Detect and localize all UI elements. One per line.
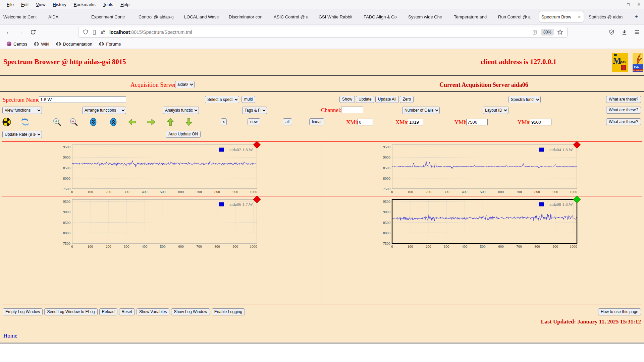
- page-info-icon[interactable]: [90, 28, 99, 37]
- home-link[interactable]: Home: [3, 333, 17, 339]
- menu-view[interactable]: View: [33, 1, 49, 8]
- tab-control[interactable]: Control @ aidas-g: [139, 11, 179, 22]
- channel-input[interactable]: [341, 107, 363, 113]
- show-log-window-button[interactable]: Show Log Window: [171, 308, 210, 315]
- linear-button[interactable]: linear: [309, 118, 324, 125]
- tab-system-check[interactable]: System wide Che: [408, 11, 449, 22]
- bookmark-wiki[interactable]: Wiki: [31, 41, 52, 48]
- new-button[interactable]: new: [248, 118, 260, 125]
- empty-log-window-button[interactable]: Empty Log Window: [3, 308, 43, 315]
- spectrum-name-input[interactable]: [39, 96, 126, 103]
- how-to-use-button[interactable]: How to use this page: [598, 308, 641, 315]
- svg-text:200: 200: [105, 244, 111, 248]
- downloads-icon[interactable]: [620, 27, 629, 37]
- spectra-functions-dropdown[interactable]: Spectra functions: [508, 96, 541, 103]
- send-log-to-elog-button[interactable]: Send Log Window to ELog: [44, 308, 97, 315]
- tab-experiment[interactable]: Experiment Contr: [91, 11, 132, 22]
- select-spectrum-dropdown[interactable]: Select a spectrum: [205, 96, 239, 103]
- reload-icon[interactable]: [28, 27, 38, 37]
- scroll-down-icon[interactable]: [184, 118, 193, 128]
- what-are-these-button-3[interactable]: What are these?: [606, 118, 641, 125]
- xmin-input[interactable]: [358, 119, 373, 125]
- what-are-these-button-2[interactable]: What are these?: [606, 107, 641, 114]
- tab-temperature[interactable]: Temperature and: [454, 11, 495, 22]
- tab-close-icon[interactable]: ×: [577, 14, 582, 19]
- x-axis-button[interactable]: x: [221, 118, 227, 125]
- acquisition-server-select[interactable]: aida06: [175, 81, 195, 88]
- zoom-out-icon[interactable]: [69, 118, 78, 128]
- svg-text:700: 700: [516, 244, 522, 248]
- reader-view-icon[interactable]: [530, 28, 539, 37]
- what-are-these-button-1[interactable]: What are these?: [606, 96, 641, 103]
- svg-text:0: 0: [71, 190, 73, 194]
- close-button[interactable]: ✕: [637, 2, 641, 7]
- layout-id-dropdown[interactable]: Layout ID=8: [483, 107, 508, 114]
- refresh-icon[interactable]: [21, 118, 30, 128]
- tab-discriminator[interactable]: Discriminator con: [229, 11, 270, 22]
- number-of-galleries-dropdown[interactable]: Number of Galleries: [402, 107, 440, 114]
- multi-button[interactable]: multi: [241, 96, 255, 103]
- ymax-input[interactable]: [530, 119, 551, 125]
- menu-bookmarks[interactable]: Bookmarks: [70, 1, 99, 8]
- enable-logging-button[interactable]: Enable Logging: [212, 308, 245, 315]
- all-button[interactable]: all: [283, 118, 292, 125]
- menu-edit[interactable]: Edit: [18, 1, 32, 8]
- minimize-button[interactable]: –: [615, 2, 620, 7]
- expand-y-icon[interactable]: [109, 118, 118, 128]
- new-tab-button[interactable]: +: [632, 12, 641, 21]
- bookmark-forums[interactable]: Forums: [96, 41, 123, 48]
- spectrum-chart-aida06[interactable]: 7500800085009000950001002003004005006007…: [2, 196, 322, 251]
- menu-help[interactable]: Help: [117, 1, 133, 8]
- tab-statistics[interactable]: Statistics @ aidas: [589, 11, 630, 22]
- scroll-right-icon[interactable]: [147, 118, 156, 128]
- pocket-icon[interactable]: [607, 27, 616, 37]
- tags-fits-dropdown[interactable]: Tags & Fits: [242, 107, 267, 114]
- url-bar[interactable]: localhost:8015/Spectrum/Spectrum.tml 80%: [78, 27, 568, 38]
- url-text[interactable]: localhost:8015/Spectrum/Spectrum.tml: [109, 29, 530, 35]
- menu-tools[interactable]: Tools: [100, 1, 116, 8]
- auto-update-button[interactable]: Auto Update ON: [166, 131, 201, 138]
- back-icon[interactable]: ←: [4, 27, 13, 37]
- tab-aida[interactable]: AIDA: [48, 11, 68, 22]
- bookmark-documentation[interactable]: Documentation: [53, 41, 95, 48]
- scroll-up-icon[interactable]: [166, 118, 175, 128]
- compress-y-icon[interactable]: [89, 118, 98, 128]
- tab-welcome[interactable]: Welcome to Cent: [3, 11, 44, 22]
- analysis-functions-dropdown[interactable]: Analysis functions: [163, 107, 199, 114]
- tab-white-rabbit[interactable]: GSI White Rabbit: [319, 11, 360, 22]
- bookmark-star-icon[interactable]: [556, 28, 565, 37]
- zero-spectrum-icon[interactable]: [2, 118, 11, 128]
- app-menu-icon[interactable]: [632, 27, 642, 37]
- zero-button[interactable]: Zero: [400, 96, 414, 103]
- arrange-functions-dropdown[interactable]: Arrange functions: [82, 107, 126, 114]
- xmax-input[interactable]: [408, 119, 423, 125]
- svg-text:8000: 8000: [383, 176, 391, 180]
- menu-history[interactable]: History: [49, 1, 69, 8]
- maximize-button[interactable]: □: [626, 2, 631, 7]
- spectrum-chart-aida02[interactable]: 7500800085009000950001002003004005006007…: [2, 142, 322, 196]
- view-functions-dropdown[interactable]: View functions: [2, 107, 42, 114]
- spectrum-chart-aida04[interactable]: 7500800085009000950001002003004005006007…: [322, 142, 642, 196]
- acquisition-servers-label: Acquisition Servers: [130, 81, 178, 88]
- show-variables-button[interactable]: Show Variables: [137, 308, 170, 315]
- menu-file[interactable]: File: [3, 1, 17, 8]
- reset-button[interactable]: Reset: [119, 308, 135, 315]
- ymin-input[interactable]: [466, 119, 488, 125]
- update-button[interactable]: Update: [356, 96, 374, 103]
- bookmark-centos[interactable]: Centos: [4, 41, 30, 48]
- tab-local-wave[interactable]: LOCAL and Wave: [184, 11, 225, 22]
- zoom-level-badge[interactable]: 80%: [541, 29, 554, 36]
- zoom-in-icon[interactable]: [53, 118, 61, 128]
- update-all-button[interactable]: Update All: [375, 96, 399, 103]
- update-rate-dropdown[interactable]: Update Rate (8 secs): [2, 131, 42, 138]
- permissions-icon[interactable]: [99, 28, 107, 37]
- spectrum-chart-aida08[interactable]: 7500800085009000950001002003004005006007…: [322, 196, 642, 251]
- show-button[interactable]: Show: [339, 96, 355, 103]
- tab-fadc[interactable]: FADC Align & Co: [364, 11, 405, 22]
- tab-spectrum-browser-active[interactable]: Spectrum Brow ×: [539, 11, 584, 22]
- tab-run-control[interactable]: Run Control @ ai: [498, 11, 539, 22]
- tab-asic[interactable]: ASIC Control @ a: [274, 11, 315, 22]
- shield-icon[interactable]: [81, 28, 90, 37]
- scroll-left-icon[interactable]: [128, 118, 137, 128]
- reload-button[interactable]: Reload: [99, 308, 117, 315]
